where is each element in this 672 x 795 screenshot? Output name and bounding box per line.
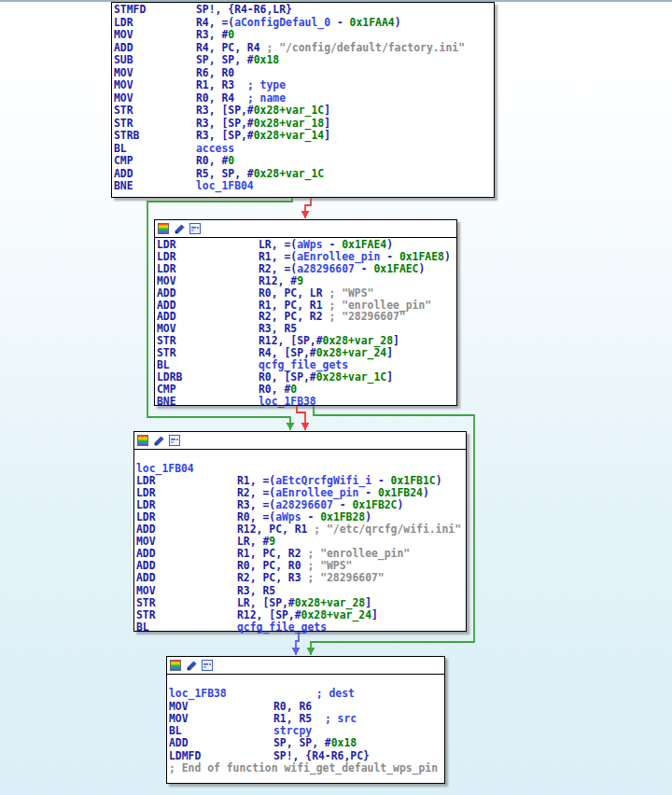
mnemonic: CMP <box>114 155 196 168</box>
mnemonic: BL <box>169 725 273 737</box>
graph-node-block-entry[interactable]: STMFDSP!, {R4-R6,LR}LDRR4, =(aConfigDefa… <box>111 2 495 198</box>
asm-line: MOVR3, #0 <box>114 29 494 42</box>
asm-line: CMPR0, #0 <box>114 155 494 168</box>
mnemonic: STR <box>157 347 259 359</box>
asm-line: LDMFDSP!, {R4-R6,PC} <box>169 750 444 762</box>
mnemonic: STMFD <box>114 4 196 17</box>
asm-line: loc_1FB38 ; dest <box>169 688 444 700</box>
window-top-border <box>0 0 672 2</box>
node-color-icon[interactable] <box>170 660 181 671</box>
asm-line: LDRR2, =(a28296607 - 0x1FAEC) <box>157 263 456 275</box>
asm-line: ADDR5, SP, #0x28+var_1C <box>114 168 494 181</box>
asm-line: SUBSP, SP, #0x18 <box>114 54 494 67</box>
asm-line: BLstrcpy <box>169 725 444 737</box>
mnemonic: CMP <box>157 384 259 396</box>
asm-line: MOVR1, R3 ; type <box>114 79 494 92</box>
node-color-icon[interactable] <box>137 435 148 446</box>
edge-arrowhead <box>301 211 310 218</box>
asm-line: STRR3, [SP,#0x28+var_1C] <box>114 105 494 118</box>
mnemonic: BL <box>114 143 196 156</box>
mnemonic: MOV <box>114 67 196 80</box>
graph-node-block-wps-default[interactable]: LDRLR, =(aWps - 0x1FAE4)LDRR1, =(aEnroll… <box>154 219 457 406</box>
asm-line: ; End of function wifi_get_default_wps_p… <box>169 762 444 774</box>
asm-line: ADDR4, PC, R4 ; "/config/default/factory… <box>114 42 494 55</box>
node-header <box>155 220 456 238</box>
mnemonic: LDR <box>157 251 259 263</box>
mnemonic: MOV <box>157 275 259 287</box>
blank-line <box>169 676 444 688</box>
mnemonic: MOV <box>169 713 273 725</box>
mnemonic: MOV <box>114 79 196 92</box>
mnemonic: ADD <box>114 168 196 181</box>
mnemonic: SUB <box>114 54 196 67</box>
group-node-icon[interactable] <box>169 435 180 446</box>
mnemonic: MOV <box>114 92 196 105</box>
node-color-icon[interactable] <box>158 223 169 234</box>
edit-node-icon[interactable] <box>153 435 164 446</box>
asm-line: ADDR2, PC, R2 ; "28296607" <box>157 311 456 323</box>
asm-line: MOVR0, R4 ; name <box>114 92 494 105</box>
asm-line: STRR3, [SP,#0x28+var_18] <box>114 118 494 131</box>
node-header <box>134 432 466 450</box>
edge-arrowhead <box>307 648 315 655</box>
mnemonic: LDR <box>157 239 259 251</box>
group-node-icon[interactable] <box>189 223 201 234</box>
graph-view: STMFDSP!, {R4-R6,LR}LDRR4, =(aConfigDefa… <box>0 0 672 795</box>
asm-line: LDRR4, =(aConfigDefaul_0 - 0x1FAA4) <box>114 17 494 30</box>
graph-node-block-loc-1FB04[interactable]: loc_1FB04LDRR1, =(aEtcQrcfgWifi_i - 0x1F… <box>133 431 467 632</box>
mnemonic: ADD <box>157 287 259 300</box>
mnemonic: STRB <box>114 130 196 143</box>
asm-line: ADDR2, PC, R3 ; "28296607" <box>136 572 466 584</box>
mnemonic: LDRB <box>157 371 259 384</box>
mnemonic: ADD <box>169 737 273 749</box>
mnemonic: ADD <box>114 42 196 55</box>
asm-line: BLaccess <box>114 143 494 156</box>
mnemonic: LDR <box>114 17 196 30</box>
asm-line: MOVR1, R5 ; src <box>169 713 444 725</box>
asm-line: STMFDSP!, {R4-R6,LR} <box>114 4 494 17</box>
edge-red <box>297 406 305 430</box>
mnemonic: LDMFD <box>169 750 273 762</box>
asm-line: BNEloc_1FB38 <box>157 396 456 408</box>
node-header <box>167 657 444 675</box>
asm-line: ADDR12, PC, R1 ; "/etc/qrcfg/wifi.ini" <box>136 523 466 536</box>
asm-line: BLqcfg_file_gets <box>136 621 466 634</box>
edit-node-icon[interactable] <box>186 660 197 671</box>
mnemonic: BL <box>136 621 237 634</box>
asm-line: STRBR3, [SP,#0x28+var_14] <box>114 130 494 143</box>
mnemonic: STR <box>114 118 196 131</box>
edge-blue <box>296 632 299 655</box>
asm-line: ADDSP, SP, #0x18 <box>169 737 444 749</box>
mnemonic: STR <box>114 105 196 118</box>
edge-arrowhead <box>292 648 301 655</box>
edge-arrowhead <box>287 423 295 430</box>
mnemonic: BNE <box>114 180 196 193</box>
asm-line: MOVR0, R6 <box>169 701 444 713</box>
group-node-icon[interactable] <box>202 660 213 671</box>
graph-node-block-loc-1FB38[interactable]: loc_1FB38 ; destMOVR0, R6MOVR1, R5 ; src… <box>166 656 445 784</box>
asm-line: BNEloc_1FB04 <box>114 180 494 193</box>
asm-line: LDRBR0, [SP,#0x28+var_1C] <box>157 371 456 384</box>
mnemonic: STR <box>136 609 237 621</box>
mnemonic: MOV <box>136 585 237 597</box>
mnemonic: MOV <box>114 29 196 42</box>
mnemonic: BNE <box>157 396 259 408</box>
mnemonic: STR <box>136 597 237 609</box>
mnemonic: MOV <box>169 701 273 713</box>
edge-arrowhead <box>301 423 310 430</box>
edit-node-icon[interactable] <box>174 223 185 234</box>
asm-line: MOVR6, R0 <box>114 67 494 80</box>
edge-red <box>305 198 311 218</box>
mnemonic: LDR <box>157 263 259 275</box>
mnemonic: ADD <box>136 572 237 584</box>
